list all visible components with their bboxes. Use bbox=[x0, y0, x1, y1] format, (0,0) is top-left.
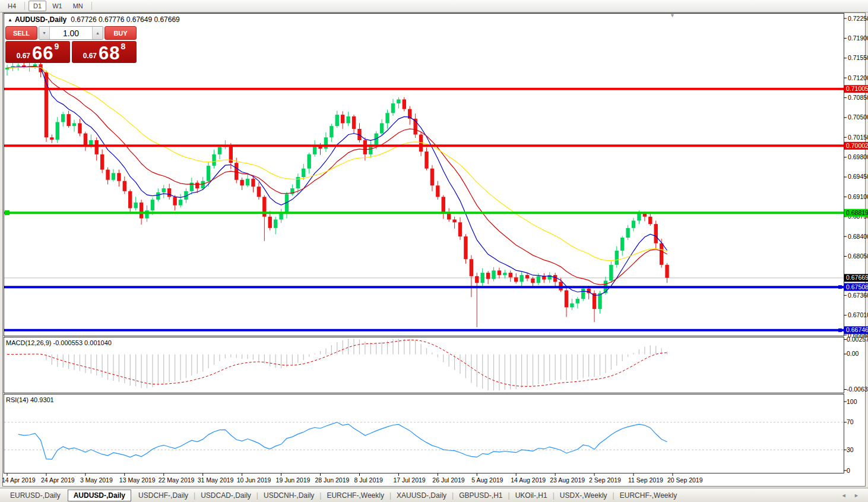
timeframe-button-d1[interactable]: D1 bbox=[28, 1, 46, 11]
date-label: 3 May 2019 bbox=[80, 476, 113, 484]
macd-values: -0.000553 0.001040 bbox=[53, 339, 111, 346]
macd-axis-tick: -0.006328 bbox=[847, 386, 868, 393]
svg-text:0.67508: 0.67508 bbox=[846, 283, 868, 291]
buy-price-big: 68 bbox=[99, 46, 120, 61]
price-badge: 0.68819 bbox=[844, 209, 868, 217]
date-label: 28 Jun 2019 bbox=[315, 476, 350, 484]
chart-tab-eurusd-daily[interactable]: EURUSD-,Daily bbox=[5, 490, 66, 501]
price-axis-tick: 0.69100 bbox=[848, 193, 868, 200]
macd-indicator-label: MACD(12,26,9) -0.000553 0.001040 bbox=[6, 339, 112, 346]
price-axis-tick: 0.69800 bbox=[848, 153, 868, 160]
volume-increase-button[interactable]: ▲ bbox=[92, 27, 103, 39]
sell-button[interactable]: SELL bbox=[5, 26, 37, 40]
triangle-up-icon: ▲ bbox=[96, 31, 100, 35]
date-label: 31 May 2019 bbox=[198, 476, 234, 484]
chart-symbol-label: AUDUSD-,Daily bbox=[15, 15, 66, 24]
price-axis-tick: 0.71550 bbox=[848, 54, 868, 61]
price-axis-tick: 0.68050 bbox=[848, 252, 868, 260]
rsi-panel bbox=[4, 394, 844, 473]
chart-tab-usdx-weekly[interactable]: USDX-,Weekly bbox=[555, 490, 613, 501]
date-label: 5 Aug 2019 bbox=[471, 476, 503, 484]
chart-shift-icon[interactable]: ▼ bbox=[670, 12, 675, 18]
date-label: 22 May 2019 bbox=[159, 476, 195, 484]
macd-axis-tick: 0.002574 bbox=[847, 336, 868, 343]
volume-input[interactable] bbox=[50, 27, 92, 39]
price-axis-tick: 0.71200 bbox=[848, 74, 868, 81]
buy-price-display[interactable]: 0.67688 bbox=[72, 41, 137, 63]
rsi-name: RSI(14) bbox=[6, 396, 28, 403]
price-axis-tick: 0.70500 bbox=[848, 113, 868, 121]
price-badge: 0.71005 bbox=[844, 85, 868, 93]
chart-tab-ukoil-h1[interactable]: UKOil-,H1 bbox=[510, 490, 553, 501]
triangle-down-icon: ▼ bbox=[42, 31, 46, 35]
timeframe-button-h4[interactable]: H4 bbox=[3, 1, 21, 11]
date-label: 20 Sep 2019 bbox=[667, 476, 703, 484]
one-click-trading-panel: SELL ▼ ▲ BUY 0.67669 0.67688 bbox=[5, 26, 137, 63]
timeframe-button-w1[interactable]: W1 bbox=[47, 1, 67, 11]
rsi-indicator-label: RSI(14) 40.9301 bbox=[6, 396, 54, 403]
timeframe-toolbar: H4D1W1MN bbox=[0, 0, 868, 12]
chart-canvas[interactable]: 0.722500.719000.715500.712000.708500.705… bbox=[0, 0, 868, 502]
date-label: 11 Sep 2019 bbox=[628, 476, 663, 484]
date-label: 17 Jul 2019 bbox=[393, 476, 425, 484]
price-badge: 0.67508 bbox=[844, 283, 868, 291]
date-label: 19 Jun 2019 bbox=[276, 476, 311, 484]
sell-price-display[interactable]: 0.67669 bbox=[5, 41, 70, 63]
sell-price-big: 66 bbox=[32, 46, 53, 61]
sell-price-prefix: 0.67 bbox=[17, 52, 30, 61]
svg-text:0.67669: 0.67669 bbox=[846, 274, 868, 281]
chart-tab-eurchf-weekly[interactable]: EURCHF-,Weekly bbox=[614, 490, 682, 501]
chart-tab-usdchf-daily[interactable]: USDCHF-,Daily bbox=[133, 490, 194, 501]
chart-tab-eurchf-weekly[interactable]: EURCHF-,Weekly bbox=[321, 490, 389, 501]
volume-decrease-button[interactable]: ▼ bbox=[39, 27, 50, 39]
volume-stepper: ▼ ▲ bbox=[39, 26, 103, 40]
price-axis-tick: 0.67360 bbox=[848, 292, 868, 299]
svg-text:0.71005: 0.71005 bbox=[846, 85, 868, 92]
chart-tab-usdcnh-daily[interactable]: USDCNH-,Daily bbox=[258, 490, 319, 501]
rsi-axis-tick: 70 bbox=[847, 418, 854, 425]
buy-price-sup: 8 bbox=[121, 42, 126, 51]
price-axis-tick: 0.69450 bbox=[848, 173, 868, 180]
chart-tab-usdcad-daily[interactable]: USDCAD-,Daily bbox=[195, 490, 256, 501]
rsi-axis-tick: 30 bbox=[847, 446, 854, 453]
line-handle bbox=[838, 329, 842, 332]
price-badge: 0.66746 bbox=[844, 326, 868, 334]
svg-text:0.68819: 0.68819 bbox=[846, 209, 868, 216]
rsi-axis-tick: 0 bbox=[847, 467, 850, 474]
macd-axis-tick: 0.00 bbox=[847, 350, 859, 357]
price-axis-tick: 0.72250 bbox=[848, 15, 868, 22]
sell-price-sup: 9 bbox=[55, 42, 59, 51]
rsi-axis-tick: 100 bbox=[847, 398, 857, 405]
chart-tab-xauusd-daily[interactable]: XAUUSD-,Daily bbox=[391, 490, 452, 501]
line-handle bbox=[5, 210, 9, 215]
price-axis-tick: 0.70850 bbox=[848, 94, 868, 101]
date-label: 2 Sep 2019 bbox=[589, 476, 621, 484]
toolbar-separator bbox=[24, 2, 25, 10]
price-axis-tick: 0.67010 bbox=[848, 311, 868, 318]
price-badge: 0.67669 bbox=[844, 274, 868, 282]
chart-tab-gbpusd-h1[interactable]: GBPUSD-,H1 bbox=[454, 490, 508, 501]
rsi-value: 40.9301 bbox=[30, 396, 54, 403]
svg-text:0.66746: 0.66746 bbox=[846, 326, 868, 333]
symbol-marker-icon[interactable]: ▲ bbox=[8, 17, 12, 23]
price-axis-tick: 0.68400 bbox=[848, 233, 868, 240]
chart-ohlc-values: 0.67726 0.67776 0.67649 0.67669 bbox=[71, 15, 180, 24]
timeframe-button-mn[interactable]: MN bbox=[68, 1, 88, 11]
tab-scroll-arrows[interactable]: ◄ ► bbox=[841, 492, 862, 498]
date-label: 23 Aug 2019 bbox=[550, 476, 585, 484]
price-axis-tick: 0.70150 bbox=[848, 134, 868, 141]
date-label: 26 Jul 2019 bbox=[432, 476, 464, 484]
date-label: 8 Jul 2019 bbox=[354, 476, 383, 484]
date-label: 10 Jun 2019 bbox=[237, 476, 271, 484]
price-axis-tick: 0.71900 bbox=[848, 34, 868, 42]
toolbar-separator bbox=[91, 2, 92, 10]
line-handle bbox=[838, 285, 842, 289]
date-label: 14 Apr 2019 bbox=[2, 476, 36, 484]
macd-name: MACD(12,26,9) bbox=[6, 339, 51, 346]
buy-button[interactable]: BUY bbox=[104, 26, 137, 40]
chart-tab-audusd-daily[interactable]: AUDUSD-,Daily bbox=[68, 490, 131, 501]
date-label: 13 May 2019 bbox=[119, 476, 156, 484]
symbol-tab-bar: EURUSD-,DailyAUDUSD-,DailyUSDCHF-,Daily|… bbox=[0, 488, 868, 502]
price-badge: 0.70002 bbox=[844, 142, 868, 150]
date-label: 14 Aug 2019 bbox=[511, 476, 546, 484]
